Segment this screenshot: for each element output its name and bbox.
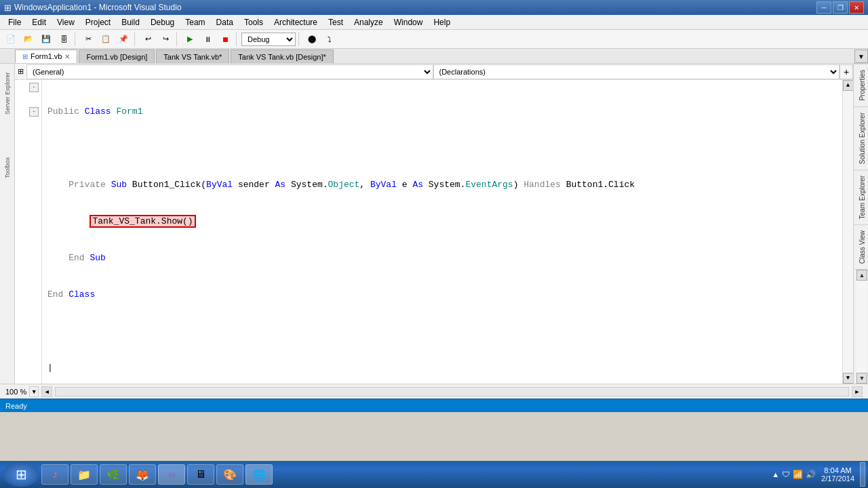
status-ready: Ready bbox=[5, 402, 27, 410]
task-btn-explorer[interactable]: 📁 bbox=[71, 464, 98, 485]
clock-display[interactable]: 8:04 AM 2/17/2014 bbox=[818, 466, 857, 483]
tray-show-hidden[interactable]: ▲ bbox=[772, 470, 779, 479]
menu-file[interactable]: File bbox=[3, 16, 26, 28]
task-btn-monitor[interactable]: 🖥 bbox=[187, 464, 214, 485]
context-dropdown-left[interactable]: (General) bbox=[26, 64, 433, 79]
tb-undo[interactable]: ↩ bbox=[140, 32, 156, 47]
tray-volume: 🔊 bbox=[806, 470, 816, 479]
menu-test[interactable]: Test bbox=[323, 16, 349, 28]
h-scrollbar-track[interactable] bbox=[55, 387, 849, 396]
status-bar: Ready bbox=[0, 399, 868, 412]
code-line-3: Private Sub Button1_Click(ByVal sender A… bbox=[47, 179, 837, 191]
line-gutter: - - bbox=[15, 80, 42, 384]
tb-pause[interactable]: ⏸ bbox=[199, 32, 216, 47]
menu-view[interactable]: View bbox=[52, 16, 80, 28]
code-line-7 bbox=[47, 325, 837, 338]
scroll-left-btn[interactable]: ◄ bbox=[41, 386, 52, 397]
menu-debug[interactable]: Debug bbox=[145, 16, 180, 28]
tb-redo[interactable]: ↪ bbox=[157, 32, 174, 47]
tb-sep3 bbox=[176, 33, 179, 46]
tab-dropdown-btn[interactable]: ▼ bbox=[854, 49, 868, 63]
tab-label: Tank VS Tank.vb* bbox=[163, 53, 222, 61]
menu-bar: File Edit View Project Build Debug Team … bbox=[0, 15, 868, 30]
firefox1-icon: 🦊 bbox=[136, 468, 149, 481]
tb-paste[interactable]: 📌 bbox=[115, 32, 132, 47]
form-icon: ⊞ bbox=[15, 67, 26, 76]
tb-stop[interactable]: ⏹ bbox=[217, 32, 233, 47]
sidebar-toolbox[interactable]: Toolbox bbox=[3, 150, 12, 184]
tray-antivirus: 🛡 bbox=[782, 470, 790, 479]
scroll-up-btn[interactable]: ▲ bbox=[843, 80, 854, 91]
tab-close[interactable]: ✕ bbox=[64, 53, 70, 60]
vsb-track[interactable] bbox=[856, 281, 867, 373]
tb-saveall[interactable]: 🗄 bbox=[56, 32, 72, 47]
system-tray: ▲ 🛡 📶 🔊 8:04 AM 2/17/2014 bbox=[772, 462, 865, 487]
menu-architecture[interactable]: Architecture bbox=[269, 16, 323, 28]
task-btn-paint[interactable]: 🎨 bbox=[216, 464, 243, 485]
task-btn-firefox2[interactable]: 🌐 bbox=[245, 464, 273, 485]
menu-build[interactable]: Build bbox=[116, 16, 145, 28]
scroll-down-btn[interactable]: ▼ bbox=[843, 373, 854, 384]
tb-run[interactable]: ▶ bbox=[182, 32, 198, 47]
restore-btn[interactable]: ❐ bbox=[833, 1, 848, 14]
debug-config-dropdown[interactable]: Debug Release bbox=[241, 33, 296, 46]
sidebar-server-explorer[interactable]: Server Explorer bbox=[3, 66, 12, 121]
vsb-down[interactable]: ▼ bbox=[856, 373, 867, 384]
right-scrollbar[interactable]: ▲ ▼ bbox=[842, 80, 853, 384]
collapse-btn-2[interactable]: - bbox=[29, 107, 39, 117]
solution-explorer-tab[interactable]: Solution Explorer bbox=[854, 106, 868, 169]
menu-data[interactable]: Data bbox=[211, 16, 239, 28]
tab-label: Form1.vb [Design] bbox=[86, 53, 147, 61]
scroll-right-btn[interactable]: ► bbox=[852, 386, 863, 397]
tab-icon: ⊞ bbox=[22, 53, 28, 60]
tb-sep1 bbox=[75, 33, 77, 46]
tab-label: Form1.vb bbox=[31, 52, 62, 60]
clock-date: 2/17/2014 bbox=[821, 474, 854, 483]
collapse-btn-1[interactable]: - bbox=[29, 83, 39, 92]
task-btn-firefox1[interactable]: 🦊 bbox=[129, 464, 156, 485]
task-btn-plant[interactable]: 🌿 bbox=[100, 464, 127, 485]
menu-edit[interactable]: Edit bbox=[26, 16, 52, 28]
editor-container: ⊞ (General) (Declarations) + - - bbox=[15, 64, 853, 384]
highlighted-code: Tank_VS_Tank.Show() bbox=[90, 215, 195, 228]
tb-copy[interactable]: 📋 bbox=[98, 32, 114, 47]
zoom-label: 100 % bbox=[5, 388, 26, 396]
menu-help[interactable]: Help bbox=[428, 16, 456, 28]
menu-analyze[interactable]: Analyze bbox=[349, 16, 389, 28]
team-explorer-tab[interactable]: Team Explorer bbox=[854, 169, 868, 224]
tb-step[interactable]: ⤵ bbox=[321, 32, 338, 47]
menu-tools[interactable]: Tools bbox=[239, 16, 269, 28]
menu-project[interactable]: Project bbox=[80, 16, 116, 28]
context-dropdown-right[interactable]: (Declarations) bbox=[433, 64, 840, 79]
tray-network: 📶 bbox=[793, 470, 803, 479]
tb-new[interactable]: 📄 bbox=[3, 32, 19, 47]
show-desktop-btn[interactable] bbox=[860, 462, 865, 487]
tab-form1design[interactable]: Form1.vb [Design] bbox=[79, 49, 155, 63]
tab-form1vb[interactable]: ⊞ Form1.vb ✕ bbox=[15, 49, 77, 63]
code-content[interactable]: Public Class Form1 Private Sub Button1_C… bbox=[42, 80, 842, 384]
vsb-up[interactable]: ▲ bbox=[856, 270, 867, 281]
bottom-bar: 100 % ▼ ◄ ► bbox=[0, 384, 868, 399]
start-button[interactable]: ⊞ bbox=[3, 462, 39, 487]
plus-button[interactable]: + bbox=[840, 64, 853, 79]
tab-tankvb[interactable]: Tank VS Tank.vb* bbox=[156, 49, 229, 63]
properties-tab[interactable]: Properties bbox=[854, 64, 868, 106]
zoom-dropdown-btn[interactable]: ▼ bbox=[29, 386, 39, 397]
task-btn-itunes[interactable]: ♪ bbox=[41, 464, 68, 485]
tb-save[interactable]: 💾 bbox=[38, 32, 54, 47]
tb-cut[interactable]: ✂ bbox=[80, 32, 96, 47]
right-sidebar: Properties Solution Explorer Team Explor… bbox=[853, 64, 868, 384]
menu-window[interactable]: Window bbox=[389, 16, 429, 28]
class-view-tab[interactable]: Class View bbox=[854, 224, 868, 269]
tb-open[interactable]: 📂 bbox=[20, 32, 37, 47]
task-btn-vs[interactable]: ∞ bbox=[158, 464, 185, 485]
code-line-1: Public Class Form1 bbox=[47, 106, 837, 118]
close-btn[interactable]: ✕ bbox=[849, 1, 864, 14]
menu-team[interactable]: Team bbox=[180, 16, 210, 28]
tb-bp[interactable]: ⬤ bbox=[304, 32, 320, 47]
paint-icon: 🎨 bbox=[223, 468, 237, 481]
tab-tankdesign[interactable]: Tank VS Tank.vb [Design]* bbox=[231, 49, 333, 63]
minimize-btn[interactable]: ─ bbox=[816, 1, 831, 14]
tb-sep4 bbox=[236, 33, 239, 46]
code-cursor: | bbox=[47, 362, 837, 374]
